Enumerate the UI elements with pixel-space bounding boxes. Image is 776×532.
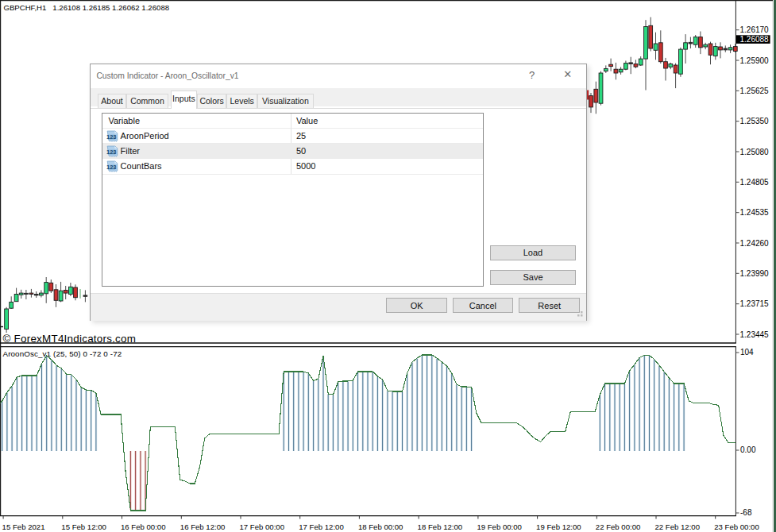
svg-text:18 Feb 00:00: 18 Feb 00:00	[358, 522, 403, 531]
svg-text:0.00: 0.00	[740, 445, 756, 454]
svg-text:1.23990: 1.23990	[740, 269, 770, 278]
svg-text:1.24260: 1.24260	[740, 239, 770, 248]
svg-text:1.26170: 1.26170	[740, 25, 770, 34]
svg-text:16 Feb 00:00: 16 Feb 00:00	[121, 522, 166, 531]
svg-text:GBPCHF,H1 1.26108 1.26185 1.: GBPCHF,H1 1.26108 1.26185 1.26062 1.2608…	[4, 3, 170, 12]
svg-text:-68: -68	[740, 508, 752, 517]
svg-text:104: 104	[740, 348, 754, 357]
svg-text:123: 123	[106, 133, 117, 141]
svg-text:23 Feb 00:00: 23 Feb 00:00	[714, 522, 759, 531]
svg-text:17 Feb 00:00: 17 Feb 00:00	[240, 522, 285, 531]
svg-text:1.25080: 1.25080	[740, 148, 770, 156]
svg-text:1.25625: 1.25625	[740, 87, 770, 95]
svg-text:1.23715: 1.23715	[740, 299, 770, 308]
svg-text:123: 123	[106, 164, 117, 171]
svg-text:17 Feb 12:00: 17 Feb 12:00	[299, 522, 344, 531]
svg-text:© ForexMT4Indicators.com: © ForexMT4Indicators.com	[3, 333, 137, 345]
svg-text:1.23445: 1.23445	[740, 330, 770, 339]
svg-text:15 Feb 12:00: 15 Feb 12:00	[61, 522, 106, 531]
svg-text:1.24805: 1.24805	[740, 178, 770, 187]
svg-text:AroonOsc_v1 (25, 50) 0 -72 0 -: AroonOsc_v1 (25, 50) 0 -72 0 -72	[3, 349, 122, 358]
svg-text:22 Feb 00:00: 22 Feb 00:00	[596, 522, 641, 531]
svg-text:1.24535: 1.24535	[740, 208, 770, 217]
svg-text:19 Feb 12:00: 19 Feb 12:00	[536, 522, 581, 531]
svg-text:19 Feb 00:00: 19 Feb 00:00	[477, 522, 522, 531]
svg-text:16 Feb 12:00: 16 Feb 12:00	[180, 522, 226, 531]
svg-text:18 Feb 12:00: 18 Feb 12:00	[418, 522, 463, 531]
svg-text:22 Feb 12:00: 22 Feb 12:00	[655, 522, 701, 531]
svg-text:1.25350: 1.25350	[740, 117, 770, 125]
svg-text:1.25900: 1.25900	[740, 56, 770, 65]
svg-text:123: 123	[106, 148, 117, 156]
svg-text:1.26088: 1.26088	[740, 35, 770, 44]
svg-text:15 Feb 2021: 15 Feb 2021	[2, 522, 45, 531]
